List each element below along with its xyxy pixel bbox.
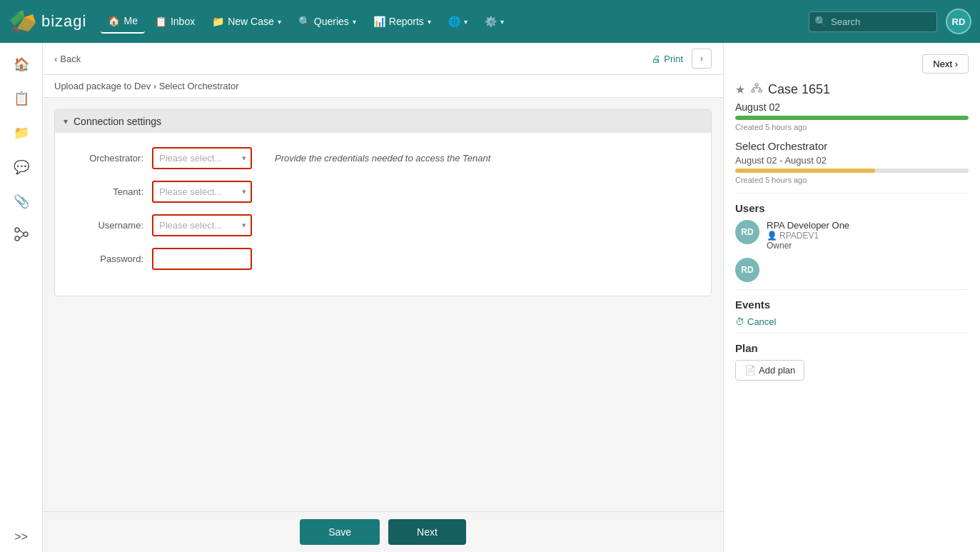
username-label: Username:	[72, 220, 143, 231]
nav-queries[interactable]: 🔍 Queries ▾	[291, 10, 363, 33]
reports-icon: 📊	[373, 16, 385, 27]
plan-section-title: Plan	[735, 342, 969, 354]
nav-reports[interactable]: 📊 Reports ▾	[366, 10, 438, 33]
queries-caret: ▾	[353, 18, 356, 26]
users-section-title: Users	[735, 202, 969, 214]
sidebar-icon-attach[interactable]: 📎	[6, 186, 37, 217]
expand-panel-button[interactable]: ›	[692, 49, 712, 69]
svg-point-8	[24, 232, 28, 236]
nav-globe[interactable]: 🌐 ▾	[441, 10, 475, 33]
svg-line-11	[19, 235, 24, 239]
sidebar-list-icon: 📋	[14, 91, 29, 106]
section-title: Connection settings	[74, 116, 161, 127]
user-name-1: RPA Developer One	[767, 220, 849, 231]
form-hint: Provide the credentials needed to access…	[275, 153, 490, 164]
inbox-icon: 📋	[155, 16, 167, 27]
user-role-1: Owner	[767, 241, 849, 251]
username-select[interactable]: Please select...	[152, 214, 252, 236]
user-icon: 👤	[767, 231, 777, 241]
save-button[interactable]: Save	[300, 519, 380, 545]
logo: bizagi	[9, 7, 86, 36]
main-layout: 🏠 📋 📁 💬 📎 >> ‹	[0, 43, 980, 552]
add-plan-icon: 📄	[744, 365, 756, 376]
tenant-select[interactable]: Please select...	[152, 181, 252, 203]
top-bar-right: 🖨 Print ›	[652, 49, 712, 69]
svg-point-9	[15, 236, 19, 241]
user-row: RD RPA Developer One 👤 RPADEV1 Owner	[735, 220, 969, 251]
logo-text: bizagi	[41, 12, 86, 31]
svg-rect-14	[759, 90, 762, 92]
search-input[interactable]	[809, 11, 937, 32]
top-nav: bizagi 🏠 Me 📋 Inbox 📁 New Case ▾ 🔍 Queri…	[0, 0, 980, 43]
user-avatar-nav[interactable]: RD	[946, 9, 971, 34]
search-icon: 🔍	[814, 16, 827, 27]
password-input[interactable]	[152, 248, 252, 270]
next-button[interactable]: Next	[388, 519, 466, 545]
form-scroll: ▾ Connection settings Orchestrator: Plea…	[43, 98, 723, 511]
collapse-icon: ▾	[64, 116, 68, 126]
breadcrumb: Upload package to Dev › Select Orchestra…	[43, 75, 723, 98]
events-section-title: Events	[735, 298, 969, 311]
content-area: ‹ Back 🖨 Print › Upload package to Dev ›…	[43, 43, 980, 552]
case-header: ★ Case 1651	[735, 82, 969, 97]
sidebar-icon-flow[interactable]	[6, 220, 37, 251]
settings-icon: ⚙️	[485, 16, 497, 27]
stage2-progress-fill	[735, 169, 875, 173]
right-panel: Next › ★ Case 1651 August 02 Created 5 h…	[723, 43, 980, 552]
cancel-event-icon: ⏱	[735, 316, 744, 327]
plan-section: Plan 📄 Add plan	[735, 342, 969, 381]
sidebar-icon-folder[interactable]: 📁	[6, 117, 37, 149]
section-body: Orchestrator: Please select... ▾ Provide…	[55, 133, 711, 296]
tenant-label: Tenant:	[72, 186, 143, 197]
stage1-progress	[735, 116, 969, 120]
user-row-2: RD	[735, 258, 969, 282]
connection-settings-panel: ▾ Connection settings Orchestrator: Plea…	[54, 109, 712, 296]
sidebar-icon-chat[interactable]: 💬	[6, 151, 37, 183]
user-detail-1: 👤 RPADEV1	[767, 231, 849, 241]
svg-point-7	[15, 228, 19, 232]
sidebar-home-icon: 🏠	[14, 56, 29, 72]
username-row: Username: Please select... ▾	[72, 214, 694, 236]
star-icon[interactable]: ★	[735, 83, 745, 96]
tenant-row: Tenant: Please select... ▾	[72, 181, 694, 203]
sidebar-flow-icon	[14, 227, 29, 245]
stage1-progress-fill	[735, 116, 969, 120]
sidebar-icon-list[interactable]: 📋	[6, 83, 37, 114]
orchestrator-label: Orchestrator:	[72, 153, 143, 164]
top-bar: ‹ Back 🖨 Print ›	[43, 43, 723, 75]
back-button[interactable]: ‹ Back	[54, 54, 81, 64]
queries-icon: 🔍	[298, 16, 310, 27]
events-section: ⏱ Cancel	[735, 316, 969, 327]
next-top-button[interactable]: Next ›	[922, 54, 969, 74]
svg-line-10	[19, 230, 24, 234]
password-label: Password:	[72, 254, 143, 264]
orchestrator-select[interactable]: Please select...	[152, 147, 252, 169]
password-row: Password:	[72, 248, 694, 270]
nav-settings[interactable]: ⚙️ ▾	[478, 10, 511, 33]
nav-new-case[interactable]: 📁 New Case ▾	[205, 10, 288, 33]
svg-rect-12	[755, 84, 758, 86]
settings-caret: ▾	[500, 18, 504, 26]
stage2-dates: August 02 - August 02	[735, 155, 969, 166]
cancel-event-button[interactable]: ⏱ Cancel	[735, 316, 969, 327]
print-button[interactable]: 🖨 Print	[652, 54, 683, 64]
logo-icon	[9, 7, 37, 36]
add-plan-button[interactable]: 📄 Add plan	[735, 360, 804, 381]
print-icon: 🖨	[652, 54, 661, 64]
nav-me[interactable]: 🏠 Me	[101, 9, 144, 34]
globe-icon: 🌐	[448, 16, 460, 27]
sidebar-chat-icon: 💬	[14, 159, 29, 175]
stage2-progress	[735, 169, 969, 173]
stage1-created: Created 5 hours ago	[735, 123, 969, 131]
section-header[interactable]: ▾ Connection settings	[55, 110, 711, 133]
back-arrow-icon: ‹	[54, 54, 57, 64]
home-icon: 🏠	[108, 15, 120, 26]
stage2-title: Select Orchestrator	[735, 140, 969, 152]
sidebar-icon-home[interactable]: 🏠	[6, 49, 37, 80]
main-panel: ‹ Back 🖨 Print › Upload package to Dev ›…	[43, 43, 723, 552]
new-case-icon: 📁	[212, 16, 224, 27]
sidebar-expand-btn[interactable]: >>	[14, 531, 28, 543]
user-avatar-2: RD	[735, 258, 759, 282]
password-control	[152, 248, 252, 270]
nav-inbox[interactable]: 📋 Inbox	[148, 10, 202, 33]
